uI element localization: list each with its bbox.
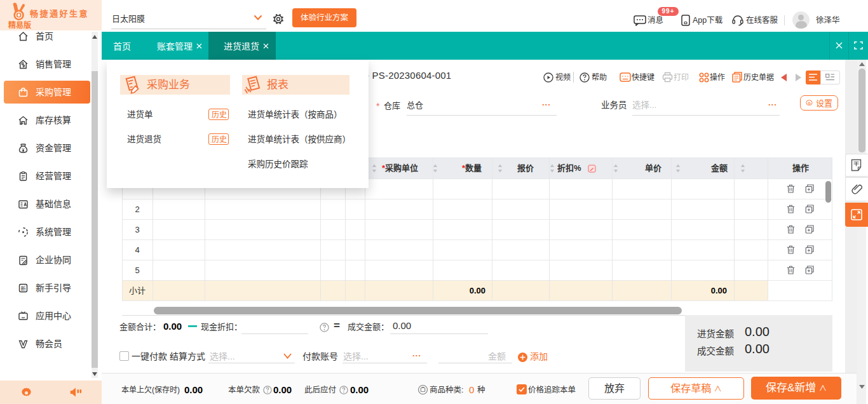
svg-text:新: 新 xyxy=(20,283,25,291)
